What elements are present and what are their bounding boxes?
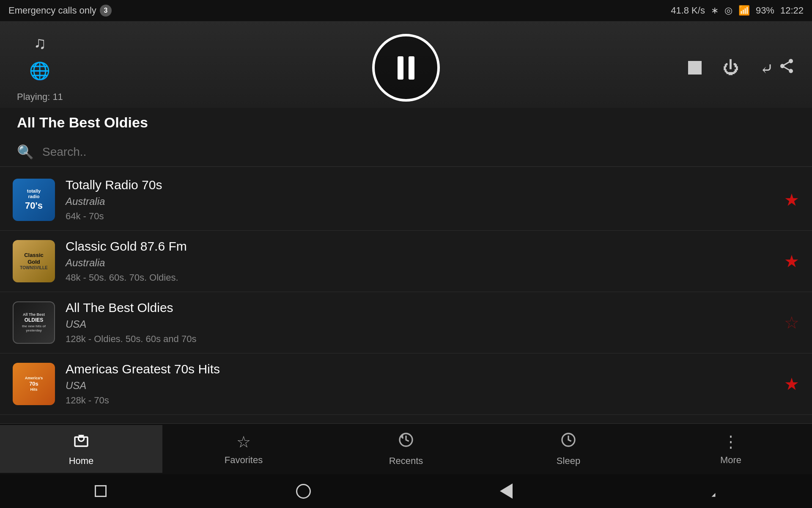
nav-recents-label: Recents: [389, 456, 423, 467]
system-nav: [0, 474, 812, 508]
favorite-button[interactable]: ★: [784, 251, 799, 271]
wifi-icon: 📶: [738, 5, 750, 16]
search-bar: 🔍: [0, 138, 812, 167]
recents-icon: [398, 431, 414, 452]
search-icon: 🔍: [17, 144, 34, 160]
bluetooth-icon: ∗: [711, 5, 719, 16]
station-info: All The Best Oldies USA 128k - Oldies. 5…: [66, 301, 774, 345]
station-name: Totally Radio 70s: [66, 178, 774, 192]
station-meta: 48k - 50s. 60s. 70s. Oldies.: [66, 272, 774, 283]
eye-icon: ◎: [724, 5, 732, 16]
status-bar: Emergency calls only 3 41.8 K/s ∗ ◎ 📶 93…: [0, 0, 812, 21]
station-name: Classic Gold 87.6 Fm: [66, 239, 774, 254]
station-meta: 128k - Oldies. 50s. 60s and 70s: [66, 334, 774, 345]
station-meta: 64k - 70s: [66, 211, 774, 222]
bottom-nav: Home ☆ Favorites Recents Sleep ⋮ More: [0, 423, 812, 474]
station-name: Americas Greatest 70s Hits: [66, 362, 774, 376]
station-info: Totally Radio 70s Australia 64k - 70s: [66, 178, 774, 222]
svg-rect-2: [78, 435, 84, 436]
list-item[interactable]: totally radio 70's Totally Radio 70s Aus…: [0, 169, 812, 231]
header-left-controls: ♫ 🌐 Playing: 11: [17, 33, 63, 102]
favorite-button[interactable]: ★: [784, 190, 799, 210]
station-logo: totally radio 70's: [13, 179, 55, 221]
nav-sleep-label: Sleep: [557, 456, 580, 467]
nav-home[interactable]: Home: [0, 425, 162, 473]
status-right: 41.8 K/s ∗ ◎ 📶 93% 12:22: [671, 5, 804, 16]
list-item[interactable]: Classic Gold TOWNSVILLE Classic Gold 87.…: [0, 231, 812, 292]
back-button[interactable]: [95, 485, 107, 497]
nav-more[interactable]: ⋮ More: [650, 426, 812, 472]
station-name: All The Best Oldies: [66, 301, 774, 315]
header-right-controls: ⏻ ⤶: [688, 58, 795, 78]
pause-button-container: [372, 34, 440, 102]
station-meta: 128k - 70s: [66, 395, 774, 406]
share-button[interactable]: ⤶: [760, 58, 795, 78]
notification-badge: 3: [100, 5, 112, 17]
stop-button[interactable]: [688, 61, 702, 75]
player-header: ♫ 🌐 Playing: 11 ⏻ ⤶: [0, 21, 812, 114]
nav-sleep[interactable]: Sleep: [487, 425, 650, 473]
station-logo: America's 70s Hits: [13, 363, 55, 405]
more-icon: ⋮: [723, 433, 739, 451]
status-left: Emergency calls only 3: [8, 5, 112, 17]
pause-icon: [395, 55, 417, 80]
list-item[interactable]: America's 70s Hits Americas Greatest 70s…: [0, 353, 812, 415]
nav-home-label: Home: [69, 456, 94, 467]
battery-percent: 93%: [756, 5, 774, 16]
station-list: totally radio 70's Totally Radio 70s Aus…: [0, 169, 812, 436]
music-icon[interactable]: ♫: [33, 33, 46, 52]
nav-recents[interactable]: Recents: [325, 425, 487, 473]
playing-label: Playing: 11: [17, 91, 63, 102]
station-country: USA: [66, 380, 774, 392]
power-button[interactable]: ⏻: [723, 59, 739, 77]
station-title: All The Best Oldies: [0, 108, 812, 137]
station-country: USA: [66, 318, 774, 330]
current-station-name: All The Best Oldies: [17, 114, 795, 131]
favorite-button[interactable]: ★: [784, 374, 799, 394]
back-nav-button[interactable]: [500, 483, 513, 499]
network-speed: 41.8 K/s: [671, 5, 705, 16]
nav-favorites-label: Favorites: [225, 455, 263, 466]
nav-favorites[interactable]: ☆ Favorites: [162, 426, 325, 472]
sleep-icon: [560, 431, 577, 452]
station-logo: All The Best OLDIES the new hits of yest…: [13, 301, 55, 344]
home-icon: [73, 431, 90, 452]
station-country: Australia: [66, 257, 774, 269]
menu-button[interactable]: [702, 483, 717, 499]
clock-time: 12:22: [780, 5, 804, 16]
list-item[interactable]: All The Best OLDIES the new hits of yest…: [0, 292, 812, 353]
station-logo: Classic Gold TOWNSVILLE: [13, 240, 55, 282]
search-input[interactable]: [42, 145, 795, 159]
station-info: Classic Gold 87.6 Fm Australia 48k - 50s…: [66, 239, 774, 283]
pause-button[interactable]: [372, 34, 440, 102]
station-info: Americas Greatest 70s Hits USA 128k - 70…: [66, 362, 774, 406]
favorite-button[interactable]: ☆: [784, 313, 799, 332]
nav-more-label: More: [720, 455, 741, 466]
station-country: Australia: [66, 196, 774, 207]
globe-icon[interactable]: 🌐: [29, 61, 50, 81]
home-button[interactable]: [296, 484, 311, 499]
emergency-calls-text: Emergency calls only: [8, 5, 96, 16]
favorites-icon: ☆: [236, 433, 251, 451]
